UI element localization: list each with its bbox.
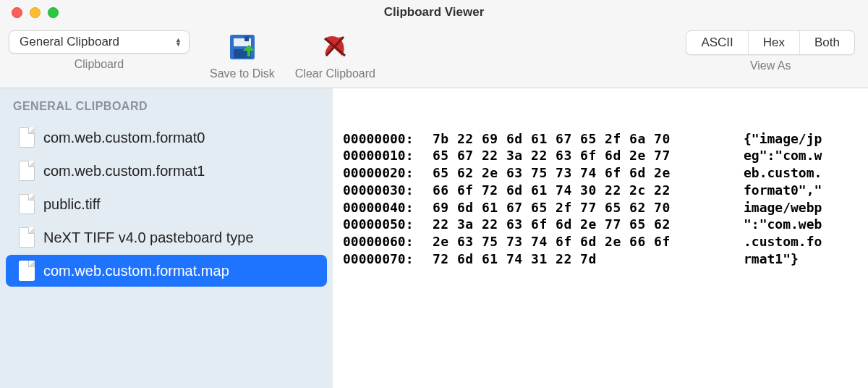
file-icon bbox=[19, 227, 35, 248]
window-title: Clipboard Viewer bbox=[0, 5, 868, 20]
hex-view: 00000000:7b 22 69 6d 61 67 65 2f 6a 70{"… bbox=[333, 88, 868, 388]
app-window: Clipboard Viewer General Clipboard ▲▼ Cl… bbox=[0, 0, 868, 388]
clipboard-select[interactable]: General Clipboard ▲▼ bbox=[9, 30, 190, 54]
hex-row: 00000000:7b 22 69 6d 61 67 65 2f 6a 70{"… bbox=[343, 130, 858, 148]
hex-bytes: 72 6d 61 74 31 22 7d bbox=[433, 250, 744, 268]
file-icon bbox=[19, 261, 35, 281]
traffic-lights bbox=[0, 7, 59, 18]
sidebar: GENERAL CLIPBOARD com.web.custom.format0… bbox=[0, 88, 333, 388]
hex-offset: 00000040: bbox=[343, 199, 433, 216]
chevron-updown-icon: ▲▼ bbox=[175, 38, 182, 46]
file-icon bbox=[19, 161, 35, 181]
svg-rect-3 bbox=[244, 36, 249, 41]
sidebar-item[interactable]: com.web.custom.format1 bbox=[6, 155, 327, 187]
hex-bytes: 66 6f 72 6d 61 74 30 22 2c 22 bbox=[433, 182, 744, 199]
hex-offset: 00000030: bbox=[343, 182, 433, 199]
content-body: GENERAL CLIPBOARD com.web.custom.format0… bbox=[0, 88, 868, 388]
hex-offset: 00000070: bbox=[343, 250, 433, 268]
save-label: Save to Disk bbox=[210, 67, 275, 80]
hex-row: 00000060:2e 63 75 73 74 6f 6d 2e 66 6f.c… bbox=[343, 233, 858, 250]
toolbar: General Clipboard ▲▼ Clipboard Save to D… bbox=[0, 25, 868, 88]
clipboard-select-value: General Clipboard bbox=[20, 35, 119, 49]
sidebar-item[interactable]: public.tiff bbox=[6, 188, 327, 220]
viewas-segmented: ASCII Hex Both bbox=[686, 30, 855, 55]
viewas-label: View As bbox=[750, 59, 791, 72]
sidebar-item-label: com.web.custom.format0 bbox=[43, 130, 205, 146]
hex-bytes: 65 62 2e 63 75 73 74 6f 6d 2e bbox=[433, 164, 744, 182]
minimize-window-button[interactable] bbox=[30, 7, 41, 18]
viewas-ascii[interactable]: ASCII bbox=[686, 31, 748, 54]
sidebar-header: GENERAL CLIPBOARD bbox=[0, 96, 333, 120]
sidebar-item-label: com.web.custom.format1 bbox=[43, 163, 205, 180]
hex-bytes: 69 6d 61 67 65 2f 77 65 62 70 bbox=[433, 199, 744, 216]
close-window-button[interactable] bbox=[12, 7, 22, 18]
hex-ascii: eg":"com.w bbox=[744, 147, 858, 164]
hex-offset: 00000050: bbox=[343, 216, 433, 233]
viewas-hex[interactable]: Hex bbox=[749, 31, 800, 54]
clear-label: Clear Clipboard bbox=[295, 67, 375, 80]
hex-ascii: eb.custom. bbox=[744, 164, 858, 182]
hex-row: 00000020:65 62 2e 63 75 73 74 6f 6d 2eeb… bbox=[343, 164, 858, 182]
sidebar-item-label: com.web.custom.format.map bbox=[43, 263, 229, 279]
file-icon bbox=[19, 194, 35, 214]
sidebar-item[interactable]: NeXT TIFF v4.0 pasteboard type bbox=[6, 222, 327, 253]
sidebar-item[interactable]: com.web.custom.format.map bbox=[6, 255, 327, 287]
sidebar-item-label: NeXT TIFF v4.0 pasteboard type bbox=[43, 229, 254, 246]
hex-offset: 00000020: bbox=[343, 164, 433, 182]
viewas-group: ASCII Hex Both View As bbox=[686, 30, 855, 72]
hex-bytes: 65 67 22 3a 22 63 6f 6d 2e 77 bbox=[433, 147, 744, 164]
clipboard-select-group: General Clipboard ▲▼ Clipboard bbox=[9, 30, 190, 71]
hex-ascii: image/webp bbox=[744, 199, 858, 216]
hex-offset: 00000010: bbox=[343, 147, 433, 164]
hex-bytes: 2e 63 75 73 74 6f 6d 2e 66 6f bbox=[433, 233, 744, 250]
hex-ascii: format0"," bbox=[744, 182, 858, 199]
hex-row: 00000070:72 6d 61 74 31 22 7drmat1"} bbox=[343, 250, 858, 268]
hex-offset: 00000060: bbox=[343, 233, 433, 250]
hex-row: 00000010:65 67 22 3a 22 63 6f 6d 2e 77eg… bbox=[343, 147, 858, 164]
hex-row: 00000030:66 6f 72 6d 61 74 30 22 2c 22fo… bbox=[343, 182, 858, 199]
hex-row: 00000050:22 3a 22 63 6f 6d 2e 77 65 62":… bbox=[343, 216, 858, 233]
hex-ascii: rmat1"} bbox=[744, 250, 858, 268]
save-group: Save to Disk bbox=[210, 30, 275, 80]
hex-offset: 00000000: bbox=[343, 130, 433, 148]
hex-bytes: 22 3a 22 63 6f 6d 2e 77 65 62 bbox=[433, 216, 744, 233]
zoom-window-button[interactable] bbox=[48, 7, 59, 18]
sidebar-item[interactable]: com.web.custom.format0 bbox=[6, 122, 327, 153]
hex-ascii: {"image/jp bbox=[744, 130, 858, 148]
x-delete-icon bbox=[320, 33, 349, 62]
clear-group: Clear Clipboard bbox=[295, 30, 375, 80]
clear-clipboard-button[interactable] bbox=[317, 30, 353, 63]
floppy-disk-icon bbox=[227, 32, 258, 62]
hex-bytes: 7b 22 69 6d 61 67 65 2f 6a 70 bbox=[433, 130, 744, 148]
file-icon bbox=[19, 127, 35, 148]
hex-ascii: ":"com.web bbox=[744, 216, 858, 233]
hex-ascii: .custom.fo bbox=[744, 233, 858, 250]
clipboard-label: Clipboard bbox=[75, 58, 124, 71]
hex-row: 00000040:69 6d 61 67 65 2f 77 65 62 70im… bbox=[343, 199, 858, 216]
sidebar-item-label: public.tiff bbox=[43, 196, 101, 213]
save-to-disk-button[interactable] bbox=[224, 30, 260, 63]
viewas-both[interactable]: Both bbox=[800, 31, 854, 54]
titlebar: Clipboard Viewer bbox=[0, 0, 868, 25]
